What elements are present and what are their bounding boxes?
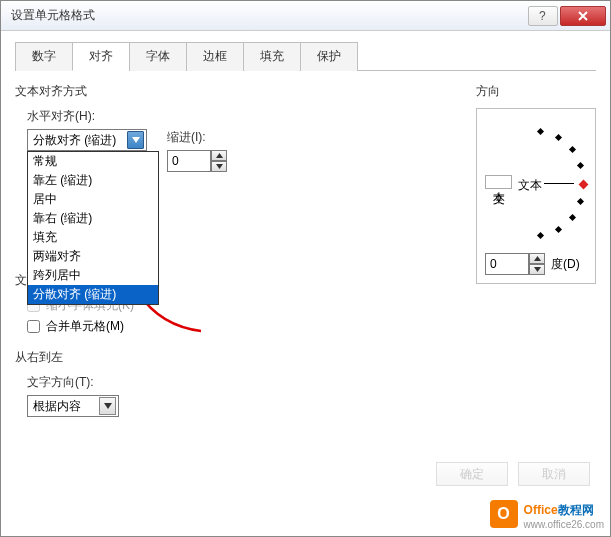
- orientation-frame: 文本 文本: [476, 108, 596, 284]
- orientation-dot: [555, 226, 562, 233]
- h-option-justify[interactable]: 两端对齐: [28, 247, 158, 266]
- merge-label: 合并单元格(M): [46, 318, 124, 335]
- degree-input[interactable]: [485, 253, 529, 275]
- chevron-down-icon: [132, 137, 140, 143]
- degree-spinner[interactable]: [485, 253, 545, 275]
- watermark-logo-icon: O: [490, 500, 518, 528]
- orientation-line: [544, 183, 574, 184]
- tab-border[interactable]: 边框: [186, 42, 244, 71]
- orientation-dot: [537, 128, 544, 135]
- text-dir-value: 根据内容: [33, 398, 81, 415]
- orientation-dot: [577, 198, 584, 205]
- indent-up-button[interactable]: [211, 150, 227, 161]
- text-dir-combo[interactable]: 根据内容: [27, 395, 119, 417]
- h-option-center[interactable]: 居中: [28, 190, 158, 209]
- close-icon: [577, 10, 589, 22]
- h-option-right[interactable]: 靠右 (缩进): [28, 209, 158, 228]
- h-align-label: 水平对齐(H):: [27, 108, 466, 125]
- orientation-control[interactable]: 文本 文本: [485, 117, 587, 247]
- tab-fill[interactable]: 填充: [243, 42, 301, 71]
- tab-number[interactable]: 数字: [15, 42, 73, 71]
- window-title: 设置单元格格式: [11, 7, 526, 24]
- orientation-dot-active: [579, 180, 589, 190]
- degree-down-button[interactable]: [529, 264, 545, 275]
- rtl-section: 从右到左: [15, 349, 466, 366]
- h-align-dropdown-button[interactable]: [127, 131, 144, 149]
- tab-strip: 数字 对齐 字体 边框 填充 保护: [15, 41, 596, 71]
- help-icon: ?: [537, 10, 549, 22]
- text-dir-dropdown-button[interactable]: [99, 397, 116, 415]
- merge-checkbox[interactable]: 合并单元格(M): [27, 318, 466, 335]
- h-option-general[interactable]: 常规: [28, 152, 158, 171]
- tab-font[interactable]: 字体: [129, 42, 187, 71]
- orientation-dot: [555, 134, 562, 141]
- caret-up-icon: [216, 153, 223, 158]
- caret-down-icon: [216, 164, 223, 169]
- degree-label: 度(D): [551, 256, 580, 273]
- titlebar: 设置单元格格式 ?: [1, 1, 610, 31]
- degree-up-button[interactable]: [529, 253, 545, 264]
- chevron-down-icon: [104, 403, 112, 409]
- h-option-fill[interactable]: 填充: [28, 228, 158, 247]
- watermark: O Office教程网 www.office26.com: [490, 498, 604, 530]
- svg-text:?: ?: [539, 10, 546, 22]
- indent-input[interactable]: [167, 150, 211, 172]
- indent-label: 缩进(I):: [167, 129, 227, 146]
- text-dir-label: 文字方向(T):: [27, 374, 466, 391]
- orientation-vertical-text[interactable]: 文本: [485, 175, 512, 189]
- watermark-brand: Office教程网: [524, 498, 604, 519]
- dialog-content: 数字 对齐 字体 边框 填充 保护 文本对齐方式 水平对齐(H): 分散对齐 (…: [1, 31, 610, 536]
- h-option-center-across[interactable]: 跨列居中: [28, 266, 158, 285]
- indent-down-button[interactable]: [211, 161, 227, 172]
- tab-protection[interactable]: 保护: [300, 42, 358, 71]
- h-option-left[interactable]: 靠左 (缩进): [28, 171, 158, 190]
- orientation-dot: [569, 214, 576, 221]
- text-alignment-section: 文本对齐方式: [15, 83, 466, 100]
- close-button[interactable]: [560, 6, 606, 26]
- h-align-value: 分散对齐 (缩进): [33, 132, 116, 149]
- orientation-horiz-text: 文本: [518, 177, 542, 194]
- ok-button[interactable]: 确定: [436, 462, 508, 486]
- merge-check-input[interactable]: [27, 320, 40, 333]
- tab-alignment[interactable]: 对齐: [72, 42, 130, 71]
- h-align-dropdown-list[interactable]: 常规 靠左 (缩进) 居中 靠右 (缩进) 填充 两端对齐 跨列居中 分散对齐 …: [27, 151, 159, 305]
- indent-spinner[interactable]: [167, 150, 227, 172]
- h-option-distributed[interactable]: 分散对齐 (缩进): [28, 285, 158, 304]
- orientation-arc[interactable]: 文本: [518, 127, 587, 237]
- h-align-combo[interactable]: 分散对齐 (缩进): [27, 129, 147, 151]
- orientation-section: 方向: [476, 83, 596, 100]
- cancel-button[interactable]: 取消: [518, 462, 590, 486]
- orientation-dot: [537, 232, 544, 239]
- orientation-dot: [577, 162, 584, 169]
- help-button[interactable]: ?: [528, 6, 558, 26]
- watermark-url: www.office26.com: [524, 519, 604, 530]
- orientation-dot: [569, 146, 576, 153]
- dialog-buttons: 确定 取消: [436, 462, 590, 486]
- caret-down-icon: [534, 267, 541, 272]
- caret-up-icon: [534, 256, 541, 261]
- dialog-window: 设置单元格格式 ? 数字 对齐 字体 边框 填充 保护 文本对齐方式 水平对齐(…: [0, 0, 611, 537]
